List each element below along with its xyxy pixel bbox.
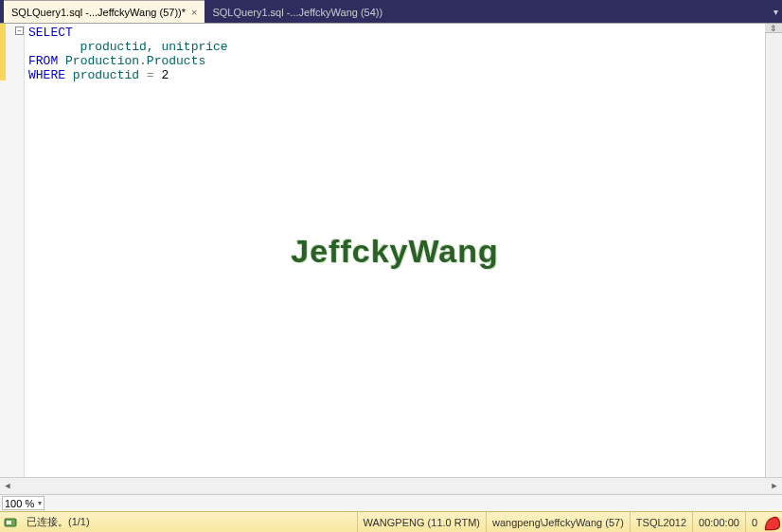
chevron-down-icon: ▾ (38, 499, 42, 507)
status-elapsed: 00:00:00 (692, 512, 745, 532)
status-bar: 已连接。(1/1) WANGPENG (11.0 RTM) wangpeng\J… (0, 511, 782, 532)
horizontal-scrollbar[interactable]: ◄ ► (0, 477, 782, 494)
status-server: WANGPENG (11.0 RTM) (357, 512, 486, 532)
scroll-left-arrow-icon[interactable]: ◄ (0, 478, 15, 494)
zoom-bar: 100 % ▾ (0, 494, 782, 511)
table: Products (147, 54, 205, 68)
ime-icon[interactable] (763, 513, 782, 532)
collapse-toggle[interactable]: − (15, 27, 24, 35)
schema: Production (65, 54, 139, 68)
kw-select: SELECT (28, 26, 73, 40)
scroll-track[interactable] (15, 478, 767, 494)
tab-label: SQLQuery1.sql -...JeffckyWang (57))* (11, 7, 186, 18)
tab-overflow-menu[interactable]: ▾ (773, 0, 782, 23)
change-indicator (0, 24, 6, 80)
connection-icon (4, 516, 17, 529)
pred-col: productid (73, 68, 139, 82)
editor: − SELECT productid, unitprice FROM Produ… (0, 23, 782, 477)
status-user: wangpeng\JeffckyWang (57) (486, 512, 630, 532)
pred-val: 2 (161, 68, 169, 82)
tab-label: SQLQuery1.sql -...JeffckyWang (54)) (212, 7, 382, 18)
chevron-down-icon: ▾ (773, 7, 778, 17)
vertical-scrollbar[interactable]: ⇕ (765, 24, 782, 477)
kw-where: WHERE (28, 68, 65, 82)
svg-rect-1 (7, 521, 11, 524)
status-connected: 已连接。(1/1) (21, 515, 96, 529)
zoom-dropdown[interactable]: 100 % ▾ (2, 496, 44, 510)
watermark: JeffckyWang (291, 243, 498, 257)
tab-sqlquery1-54[interactable]: SQLQuery1.sql -...JeffckyWang (54)) (204, 0, 390, 23)
status-rows: 0 (745, 512, 763, 532)
status-database: TSQL2012 (630, 512, 692, 532)
tab-bar: SQLQuery1.sql -...JeffckyWang (57))* × S… (0, 0, 782, 23)
tab-sqlquery1-57[interactable]: SQLQuery1.sql -...JeffckyWang (57))* × (4, 0, 204, 23)
editor-gutter: − (0, 24, 25, 477)
zoom-value: 100 % (5, 498, 34, 509)
kw-from: FROM (28, 54, 58, 68)
close-icon[interactable]: × (191, 7, 197, 18)
split-handle[interactable]: ⇕ (765, 24, 782, 33)
scroll-right-arrow-icon[interactable]: ► (767, 478, 782, 494)
cols: productid, unitprice (80, 40, 228, 54)
code-area[interactable]: SELECT productid, unitprice FROM Product… (25, 24, 765, 477)
